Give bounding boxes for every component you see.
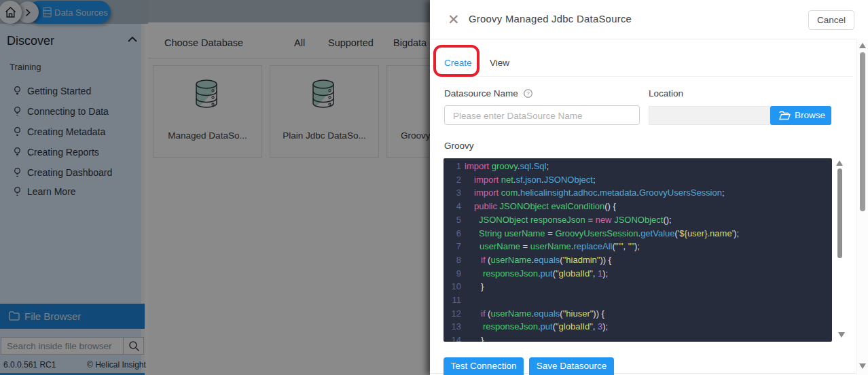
svg-text:?: ? — [526, 90, 530, 96]
